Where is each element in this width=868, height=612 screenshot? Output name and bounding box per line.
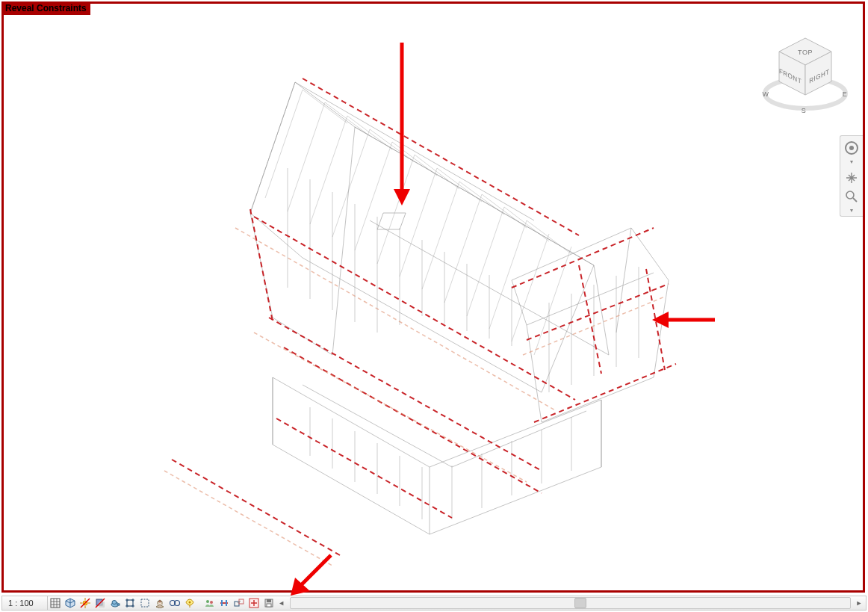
unlocked-3d-icon[interactable] — [153, 596, 167, 610]
svg-rect-23 — [99, 602, 105, 608]
horizontal-scrollbar[interactable] — [290, 597, 851, 609]
scrollbar-thumb[interactable] — [574, 598, 586, 608]
reveal-constraints-icon[interactable] — [247, 596, 261, 610]
svg-rect-15 — [51, 599, 60, 608]
navigation-bar: ▾ ▾ — [840, 135, 863, 217]
temporary-hide-isolate-icon[interactable] — [168, 596, 182, 610]
svg-point-26 — [112, 601, 117, 605]
svg-rect-38 — [226, 600, 227, 606]
detail-level-icon[interactable] — [49, 596, 62, 610]
svg-line-14 — [853, 198, 857, 202]
save-orientation-icon[interactable] — [262, 596, 276, 610]
compass-e[interactable]: E — [843, 90, 848, 98]
scroll-right-arrow[interactable]: ► — [854, 598, 864, 608]
svg-rect-29 — [141, 599, 149, 607]
scroll-left-arrow[interactable]: ◄ — [276, 598, 287, 608]
worksharing-display-icon[interactable] — [202, 596, 216, 610]
shadows-off-icon[interactable] — [93, 596, 107, 610]
svg-point-13 — [846, 191, 854, 199]
model-graphics-icon[interactable] — [63, 596, 77, 610]
svg-point-35 — [210, 601, 213, 604]
rendering-dialog-icon[interactable] — [108, 596, 122, 610]
compass-s[interactable]: S — [802, 107, 807, 114]
zoom-icon[interactable] — [843, 188, 861, 205]
svg-rect-27 — [117, 604, 120, 605]
show-crop-region-icon[interactable] — [138, 596, 152, 610]
pan-icon[interactable] — [843, 169, 861, 187]
svg-rect-37 — [221, 600, 223, 606]
nav-expand-1[interactable]: ▾ — [840, 158, 863, 165]
view-control-bar: 1 : 100 ◄ ► — [1, 596, 867, 611]
view-scale[interactable]: 1 : 100 — [4, 596, 48, 610]
svg-point-12 — [849, 146, 854, 150]
svg-rect-44 — [267, 599, 271, 602]
viewcube-top[interactable]: TOP — [798, 49, 813, 56]
svg-rect-45 — [267, 604, 271, 607]
svg-point-34 — [206, 600, 209, 603]
compass-w[interactable]: W — [763, 90, 769, 98]
model-3d-view[interactable] — [4, 4, 863, 590]
sun-path-off-icon[interactable] — [78, 596, 92, 610]
svg-rect-28 — [127, 600, 133, 606]
highlight-displacement-icon[interactable] — [232, 596, 246, 610]
analytical-model-icon[interactable] — [217, 596, 231, 610]
reveal-constraints-viewport[interactable]: Reveal Constraints — [1, 1, 865, 593]
svg-point-32 — [188, 602, 190, 604]
view-cube[interactable]: S W E TOP FRONT RIGHT — [757, 25, 854, 122]
reveal-hidden-icon[interactable] — [183, 596, 196, 610]
crop-view-icon[interactable] — [123, 596, 137, 610]
nav-expand-2[interactable]: ▾ — [840, 206, 863, 214]
steering-wheel-icon[interactable] — [843, 139, 861, 157]
